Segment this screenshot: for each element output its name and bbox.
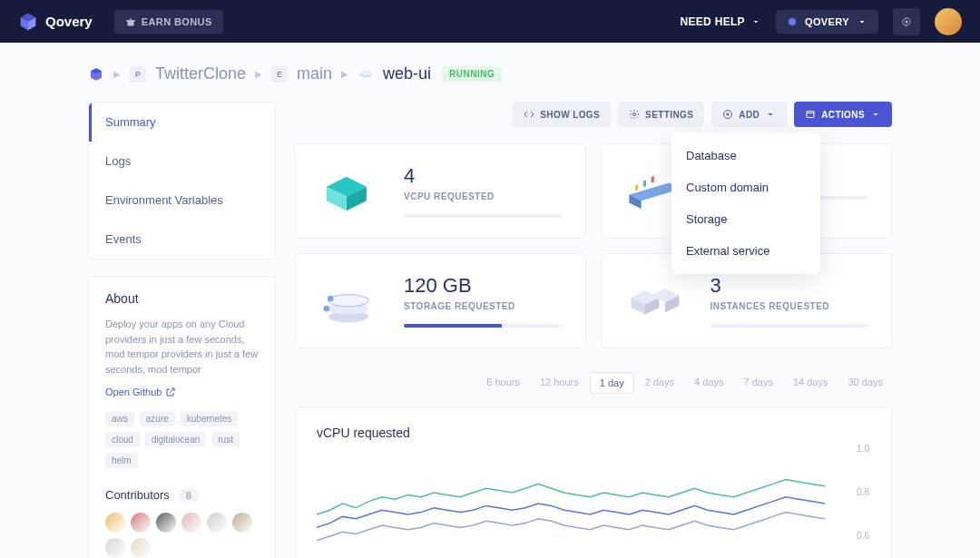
metric-progress-bar xyxy=(710,324,868,328)
settings-button[interactable] xyxy=(893,8,920,35)
toolbar: SHOW LOGS SETTINGS ADD ACTIONS DatabaseC… xyxy=(294,102,892,127)
add-button[interactable]: ADD xyxy=(711,102,787,127)
need-help-menu[interactable]: NEED HELP xyxy=(681,15,761,28)
svg-point-17 xyxy=(328,295,334,301)
sidemenu-item-env-vars[interactable]: Environment Variables xyxy=(89,181,275,220)
chart-area: 1.00.80.6 xyxy=(317,449,869,558)
metric-progress-bar xyxy=(404,214,562,218)
chart-title: vCPU requested xyxy=(317,426,869,440)
chevron-down-icon xyxy=(765,109,776,120)
breadcrumb-env[interactable]: main xyxy=(297,64,332,83)
svg-point-7 xyxy=(633,113,636,116)
svg-point-18 xyxy=(324,305,330,311)
svg-point-5 xyxy=(359,70,372,75)
status-badge: RUNNING xyxy=(442,66,502,82)
env-letter-badge: E xyxy=(271,66,288,83)
breadcrumb-project[interactable]: TwitterClone xyxy=(155,64,246,83)
tag-cloud[interactable]: cloud xyxy=(105,432,140,447)
chevron-right-icon: ▶ xyxy=(113,69,121,79)
svg-rect-11 xyxy=(642,180,645,186)
chevron-down-icon xyxy=(870,109,881,120)
project-home-icon[interactable] xyxy=(88,66,104,83)
tag-kubernetes[interactable]: kubernetes xyxy=(181,411,238,426)
tag-helm[interactable]: helm xyxy=(105,453,138,468)
metric-card: 4VCPU REQUESTED xyxy=(294,143,586,239)
sidemenu-item-events[interactable]: Events xyxy=(89,220,275,259)
tag-azure[interactable]: azure xyxy=(140,411,175,426)
open-github-link[interactable]: Open Github xyxy=(105,387,176,397)
metric-card: 120 GBSTORAGE REQUESTED xyxy=(294,253,586,348)
profile-avatar[interactable] xyxy=(935,8,962,35)
qovery-small-icon xyxy=(787,16,798,27)
plus-circle-icon xyxy=(722,109,733,120)
chevron-down-icon xyxy=(857,16,867,27)
contributor-avatar[interactable] xyxy=(131,538,151,558)
tag-aws[interactable]: aws xyxy=(105,411,134,426)
org-selector[interactable]: QOVERY xyxy=(776,10,878,34)
show-logs-button[interactable]: SHOW LOGS xyxy=(513,102,611,127)
time-range-tab[interactable]: 14 days xyxy=(784,372,838,394)
contributors-title-text: Contributors xyxy=(105,488,170,502)
gear-icon xyxy=(901,16,912,27)
contributor-avatar[interactable] xyxy=(131,513,151,533)
breadcrumb-app[interactable]: web-ui xyxy=(383,64,431,83)
sidemenu-item-summary[interactable]: Summary xyxy=(89,103,275,142)
metric-label: VCPU REQUESTED xyxy=(404,191,562,201)
time-range-tab[interactable]: 2 days xyxy=(636,372,683,394)
metric-illustration xyxy=(318,279,378,324)
svg-point-3 xyxy=(906,20,908,23)
window-icon xyxy=(805,109,816,120)
tag-digitalocean[interactable]: digitalocean xyxy=(145,432,206,447)
earn-bonus-label: EARN BONUS xyxy=(142,16,212,27)
about-title: About xyxy=(105,291,259,306)
chevron-right-icon: ▶ xyxy=(341,69,348,79)
metric-value: 120 GB xyxy=(404,274,562,298)
svg-rect-9 xyxy=(807,112,814,118)
add-menu-custom-domain[interactable]: Custom domain xyxy=(671,171,820,203)
time-range-tab[interactable]: 1 day xyxy=(590,372,634,394)
chart-svg xyxy=(317,449,825,558)
add-menu-external-service[interactable]: External service xyxy=(671,235,820,267)
add-menu-database[interactable]: Database xyxy=(671,140,820,171)
gift-icon xyxy=(125,16,136,27)
tag-rust[interactable]: rust xyxy=(211,432,240,447)
toolbar-settings-button[interactable]: SETTINGS xyxy=(618,102,704,127)
metric-illustration xyxy=(318,169,378,214)
about-description: Deploy your apps on any Cloud providers … xyxy=(105,317,259,377)
brand-logo[interactable]: Qovery xyxy=(18,12,93,32)
topbar: Qovery EARN BONUS NEED HELP QOVERY xyxy=(0,0,980,43)
breadcrumb: ▶ P TwitterClone ▶ E main ▶ web-ui RUNNI… xyxy=(88,64,892,83)
time-range-tab[interactable]: 7 days xyxy=(735,372,782,394)
earn-bonus-button[interactable]: EARN BONUS xyxy=(114,10,223,34)
time-range-tab[interactable]: 30 days xyxy=(838,372,892,394)
contributor-avatar[interactable] xyxy=(156,513,176,533)
contributor-avatar[interactable] xyxy=(105,538,125,558)
chart-series-line xyxy=(317,513,825,541)
time-range-tab[interactable]: 4 days xyxy=(685,372,732,394)
time-range-tab[interactable]: 6 hours xyxy=(477,372,529,394)
gear-icon xyxy=(629,109,640,120)
svg-rect-12 xyxy=(651,176,653,182)
add-label: ADD xyxy=(739,110,760,120)
sidemenu: SummaryLogsEnvironment VariablesEvents xyxy=(88,102,276,259)
contributor-avatar[interactable] xyxy=(232,513,252,533)
contributor-avatar[interactable] xyxy=(207,513,227,533)
sidemenu-item-logs[interactable]: Logs xyxy=(89,142,275,181)
time-range-tab[interactable]: 12 hours xyxy=(531,372,588,394)
actions-button[interactable]: ACTIONS xyxy=(794,102,892,127)
brand-name: Qovery xyxy=(45,14,93,29)
contributors-count: 8 xyxy=(179,489,199,502)
open-link-text: Open Github xyxy=(105,387,162,397)
svg-rect-2 xyxy=(130,18,131,26)
about-card: About Deploy your apps on any Cloud prov… xyxy=(88,276,276,558)
external-link-icon xyxy=(165,387,176,397)
chart-series-line xyxy=(317,497,825,528)
contributor-avatar[interactable] xyxy=(105,513,125,533)
contributor-avatar[interactable] xyxy=(181,513,201,533)
add-dropdown-menu: DatabaseCustom domainStorageExternal ser… xyxy=(671,132,820,274)
add-menu-storage[interactable]: Storage xyxy=(671,203,820,235)
chart-y-tick: 1.0 xyxy=(857,444,869,454)
chevron-right-icon: ▶ xyxy=(255,69,262,79)
chart-card: vCPU requested 1.00.80.6 xyxy=(294,406,892,558)
qovery-logo-icon xyxy=(18,12,38,32)
